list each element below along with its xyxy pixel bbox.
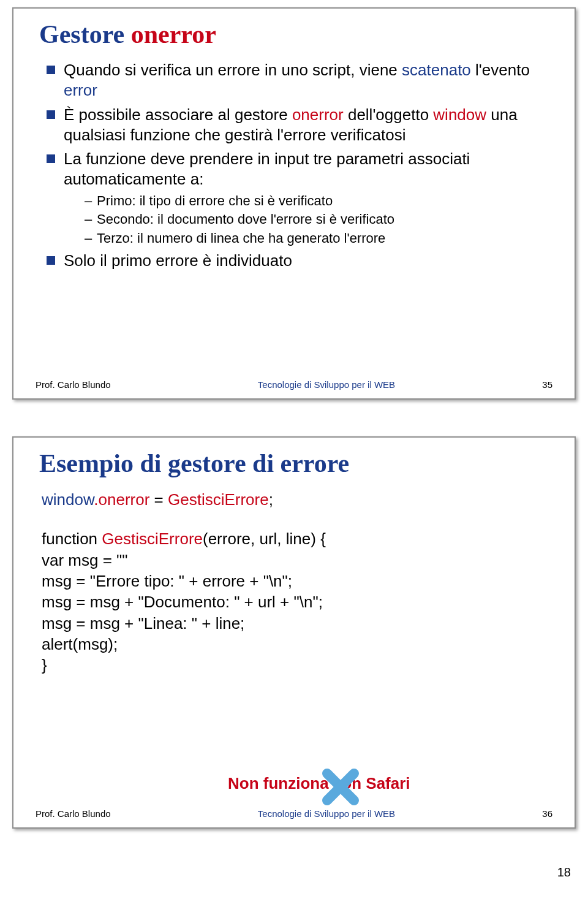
keyword: window	[433, 105, 486, 124]
code-block: window.onerror = GestisciErrore; functio…	[36, 489, 552, 676]
text: l'evento	[471, 61, 530, 79]
slide-36: Esempio di gestore di errore window.oner…	[12, 436, 576, 829]
code-line: }	[42, 655, 552, 675]
sub-list: Primo: il tipo di errore che si è verifi…	[64, 192, 552, 248]
title-accent: onerror	[131, 20, 216, 48]
kw: .onerror	[94, 490, 149, 509]
code-line: var msg = ""	[42, 550, 552, 571]
code-line: msg = msg + "Documento: " + url + "\n";	[42, 591, 552, 612]
code-line: function GestisciErrore(errore, url, lin…	[42, 528, 552, 549]
code-line: window.onerror = GestisciErrore;	[42, 489, 552, 510]
slide-footer: Prof. Carlo Blundo Tecnologie di Svilupp…	[36, 808, 552, 819]
safari-note: Non funziona con Safari	[228, 774, 410, 793]
keyword: scatenato	[402, 61, 471, 79]
text: ;	[269, 490, 273, 509]
footer-pagenum: 36	[542, 808, 552, 819]
slide-35: Gestore onerror Quando si verifica un er…	[12, 7, 576, 400]
keyword: onerror	[292, 105, 344, 124]
footer-center: Tecnologie di Sviluppo per il WEB	[111, 808, 543, 819]
kw: window	[42, 490, 94, 509]
sub-item: Secondo: il documento dove l'errore si è…	[85, 211, 552, 229]
slide-footer: Prof. Carlo Blundo Tecnologie di Svilupp…	[36, 379, 552, 390]
title-text: Gestore	[39, 20, 131, 48]
sub-item: Terzo: il numero di linea che ha generat…	[85, 230, 552, 248]
text: Quando si verifica un errore in uno scri…	[64, 61, 402, 79]
text: (errore, url, line) {	[203, 530, 326, 548]
bullet-item: Quando si verifica un errore in uno scri…	[47, 60, 552, 101]
bullet-item: È possibile associare al gestore onerror…	[47, 105, 552, 146]
footer-left: Prof. Carlo Blundo	[36, 379, 111, 390]
text: È possibile associare al gestore	[64, 105, 292, 124]
text: dell'oggetto	[344, 105, 434, 124]
page-number: 18	[12, 865, 576, 879]
code-line: msg = msg + "Linea: " + line;	[42, 613, 552, 634]
bullet-item: La funzione deve prendere in input tre p…	[47, 149, 552, 247]
keyword: error	[64, 81, 97, 99]
page: Gestore onerror Quando si verifica un er…	[0, 0, 588, 883]
code-line: alert(msg);	[42, 634, 552, 655]
text: =	[149, 490, 168, 509]
text: La funzione deve prendere in input tre p…	[64, 150, 470, 188]
kw: GestisciErrore	[168, 490, 269, 509]
text: function	[42, 530, 102, 548]
footer-pagenum: 35	[542, 379, 552, 390]
code-line: msg = "Errore tipo: " + errore + "\n";	[42, 571, 552, 591]
text: Solo il primo errore è individuato	[64, 251, 292, 270]
bullet-list: Quando si verifica un errore in uno scri…	[36, 60, 552, 272]
spacer	[42, 510, 552, 528]
footer-left: Prof. Carlo Blundo	[36, 808, 111, 819]
sub-item: Primo: il tipo di errore che si è verifi…	[85, 192, 552, 210]
footer-center: Tecnologie di Sviluppo per il WEB	[111, 379, 543, 390]
slide-title: Gestore onerror	[39, 20, 552, 49]
kw: GestisciErrore	[102, 530, 203, 548]
slide-title: Esempio di gestore di errore	[39, 449, 552, 478]
bullet-item: Solo il primo errore è individuato	[47, 251, 552, 271]
